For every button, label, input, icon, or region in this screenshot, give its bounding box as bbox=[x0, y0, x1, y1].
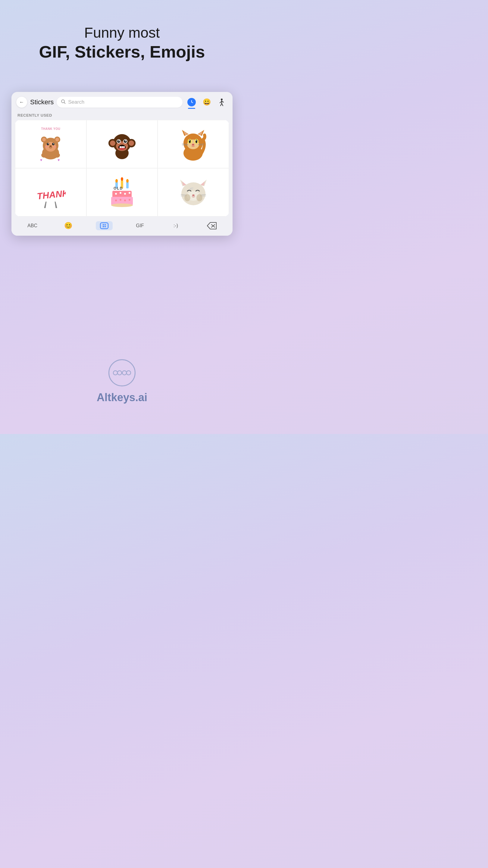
tab-clock[interactable] bbox=[186, 96, 198, 108]
orange-cat-svg bbox=[179, 127, 207, 161]
thanks-feet-svg bbox=[41, 202, 60, 211]
white-cat-svg bbox=[178, 177, 208, 207]
svg-line-1 bbox=[64, 102, 65, 104]
svg-point-16 bbox=[56, 138, 59, 141]
svg-point-82 bbox=[129, 192, 130, 194]
svg-point-80 bbox=[120, 192, 121, 194]
tab-emoji[interactable]: 😀 bbox=[201, 96, 213, 108]
svg-line-67 bbox=[45, 202, 46, 208]
svg-point-99 bbox=[196, 194, 202, 201]
svg-point-75 bbox=[126, 179, 129, 183]
kb-sticker-dot-3 bbox=[103, 226, 104, 227]
svg-point-103 bbox=[113, 371, 118, 375]
tab-figure[interactable] bbox=[216, 96, 228, 108]
kb-emoji-button[interactable]: 😊 bbox=[60, 221, 77, 231]
svg-point-26 bbox=[54, 153, 60, 158]
svg-point-33 bbox=[110, 141, 116, 146]
stickers-grid-wrapper: THANK YOU bbox=[15, 120, 229, 216]
stickers-grid: THANK YOU bbox=[15, 120, 229, 216]
svg-rect-72 bbox=[126, 182, 129, 188]
svg-point-34 bbox=[129, 141, 134, 146]
svg-text:♥: ♥ bbox=[40, 158, 42, 161]
svg-point-79 bbox=[115, 193, 117, 195]
hero-title: GIF, Stickers, Emojis bbox=[0, 41, 244, 62]
kb-sticker-dot-2 bbox=[104, 224, 106, 225]
sticker-monkey[interactable] bbox=[87, 120, 158, 168]
altkeys-logo-icon bbox=[108, 359, 135, 386]
svg-point-24 bbox=[53, 146, 56, 148]
svg-point-60 bbox=[192, 144, 194, 146]
back-button[interactable]: ← bbox=[16, 97, 27, 107]
sticker-cat-orange[interactable] bbox=[158, 120, 229, 168]
svg-point-105 bbox=[122, 371, 127, 375]
kb-gif-label: GIF bbox=[136, 223, 144, 228]
sticker-thanks[interactable]: THANKS! bbox=[15, 168, 87, 216]
svg-point-84 bbox=[120, 199, 121, 201]
monkey-svg bbox=[108, 127, 135, 161]
kb-sticker-button[interactable] bbox=[96, 221, 113, 230]
sticker-cat-white[interactable] bbox=[158, 168, 229, 216]
keyboard-bottom-bar: ABC 😊 GIF :-) bbox=[11, 216, 233, 236]
svg-point-106 bbox=[127, 371, 131, 375]
search-bar[interactable]: Search bbox=[57, 97, 183, 107]
kb-emoticon-button[interactable]: :-) bbox=[167, 222, 184, 230]
bear-svg: ♥ ♥ bbox=[37, 131, 64, 161]
sticker-bear[interactable]: THANK YOU bbox=[15, 120, 87, 168]
svg-point-41 bbox=[125, 140, 126, 141]
svg-point-83 bbox=[115, 199, 117, 201]
svg-point-104 bbox=[118, 371, 122, 375]
svg-line-10 bbox=[222, 103, 223, 106]
back-arrow-icon: ← bbox=[19, 99, 24, 105]
cake-svg: OLD bbox=[110, 176, 134, 209]
svg-point-81 bbox=[124, 193, 126, 195]
svg-point-20 bbox=[48, 143, 49, 144]
svg-point-57 bbox=[195, 140, 197, 143]
svg-point-21 bbox=[53, 143, 54, 144]
keyboard-header: ← Stickers Search bbox=[11, 92, 233, 111]
svg-point-73 bbox=[116, 179, 118, 183]
recently-used-label: RECENTLY USED bbox=[11, 111, 233, 120]
clock-icon bbox=[187, 98, 196, 106]
altkeys-logo-svg bbox=[113, 367, 131, 378]
kb-backspace-button[interactable] bbox=[203, 221, 220, 231]
svg-point-40 bbox=[119, 140, 120, 141]
svg-rect-44 bbox=[120, 146, 121, 148]
svg-point-56 bbox=[189, 140, 191, 143]
kb-abc-button[interactable]: ABC bbox=[24, 222, 41, 230]
thank-you-text: THANK YOU bbox=[41, 127, 60, 130]
svg-point-100 bbox=[184, 194, 190, 201]
svg-text:♥: ♥ bbox=[58, 158, 60, 161]
svg-point-15 bbox=[42, 138, 46, 141]
kb-gif-button[interactable]: GIF bbox=[132, 222, 149, 230]
search-placeholder-text: Search bbox=[68, 99, 84, 105]
figure-icon bbox=[218, 98, 225, 106]
svg-point-22 bbox=[50, 145, 52, 147]
altkeys-branding: Altkeys.ai bbox=[97, 359, 147, 404]
kb-sticker-icon bbox=[100, 222, 108, 229]
kb-sticker-dots bbox=[103, 224, 106, 227]
altkeys-brand-name: Altkeys.ai bbox=[97, 391, 147, 404]
svg-rect-46 bbox=[123, 146, 125, 148]
backspace-icon bbox=[207, 222, 217, 230]
kb-emoji-icon: 😊 bbox=[64, 222, 72, 230]
keyboard-panel: ← Stickers Search bbox=[11, 92, 233, 236]
svg-point-94 bbox=[192, 194, 195, 196]
svg-text:OLD: OLD bbox=[113, 186, 123, 190]
svg-point-59 bbox=[196, 140, 197, 141]
hero-section: Funny most GIF, Stickers, Emojis bbox=[0, 0, 244, 62]
kb-emoticon-label: :-) bbox=[173, 223, 178, 228]
svg-point-87 bbox=[111, 204, 133, 207]
svg-line-9 bbox=[221, 103, 222, 106]
thanks-svg: THANKS! bbox=[36, 187, 66, 202]
svg-text:THANKS!: THANKS! bbox=[37, 187, 66, 201]
svg-point-25 bbox=[41, 153, 47, 158]
hero-subtitle: Funny most bbox=[0, 24, 244, 41]
tab-icons-group: 😀 bbox=[186, 96, 228, 108]
keyboard-title: Stickers bbox=[30, 98, 54, 106]
svg-point-85 bbox=[124, 199, 126, 201]
svg-rect-45 bbox=[121, 146, 123, 148]
search-icon bbox=[61, 99, 66, 105]
sticker-cake[interactable]: OLD bbox=[87, 168, 158, 216]
svg-point-86 bbox=[129, 199, 130, 201]
kb-abc-label: ABC bbox=[27, 223, 37, 228]
